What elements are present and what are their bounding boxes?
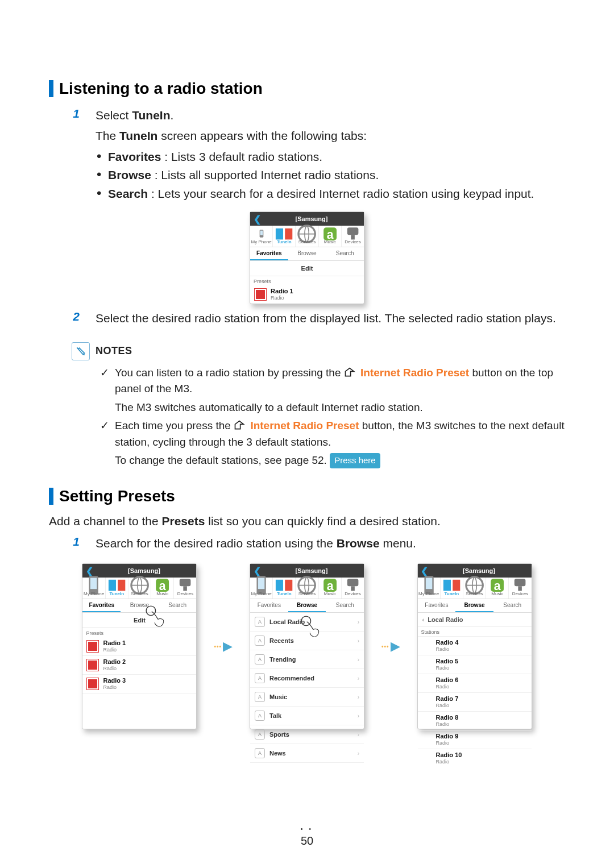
tab-myphone[interactable]: My Phone	[82, 578, 105, 599]
chevron-right-icon: ›	[358, 713, 359, 719]
browse-row[interactable]: ARecents›	[250, 632, 364, 650]
subtab-search[interactable]: Search	[159, 599, 197, 612]
preset-icon	[234, 420, 245, 430]
press-here-button[interactable]: Press here	[330, 453, 380, 468]
phone-favorites: ❮ [Samsung] My Phone TuneIn Services a M…	[250, 211, 364, 304]
station-row[interactable]: Radio 6Radio	[418, 674, 532, 693]
chevron-right-icon: ›	[358, 657, 359, 663]
back-icon[interactable]: ❮	[251, 214, 263, 225]
arrow-icon: •••▶	[214, 639, 233, 654]
step1-line2: The TuneIn screen appears with the follo…	[96, 127, 534, 144]
svg-rect-11	[109, 580, 116, 591]
subtab-browse[interactable]: Browse	[288, 247, 326, 260]
chevron-right-icon: ›	[358, 750, 359, 757]
subtab-search[interactable]: Search	[493, 599, 532, 612]
phone-main-tabs: My Phone TuneIn Services a Music Devices	[250, 226, 364, 247]
svg-rect-3	[285, 228, 292, 239]
subtab-favorites[interactable]: Favorites	[82, 599, 121, 612]
tab-tunein[interactable]: TuneIn	[273, 226, 296, 247]
preset-row[interactable]: Radio 3Radio	[82, 675, 196, 693]
svg-text:a: a	[494, 579, 501, 592]
subtab-browse[interactable]: Browse	[455, 599, 493, 612]
subtab-favorites[interactable]: Favorites	[250, 247, 288, 260]
antenna-icon: A	[255, 636, 265, 646]
presets-label: Presets	[250, 276, 364, 285]
preset-row[interactable]: Radio 2Radio	[82, 656, 196, 675]
tab-tunein[interactable]: TuneIn	[106, 578, 128, 599]
svg-rect-27	[351, 587, 355, 591]
step-1: 1 Select TuneIn. The TuneIn screen appea…	[72, 107, 565, 203]
tab-devices[interactable]: Devices	[174, 578, 196, 599]
station-row[interactable]: Radio 10Radio	[418, 749, 532, 767]
station-row[interactable]: Radio 7Radio	[418, 693, 532, 712]
tab-music[interactable]: a Music	[319, 226, 342, 247]
phone-local-radio: ❮[Samsung] My Phone TuneIn Services aMus…	[417, 563, 532, 729]
svg-rect-22	[285, 580, 292, 591]
tab-services[interactable]: Services	[296, 226, 318, 247]
subtab-search[interactable]: Search	[326, 247, 364, 260]
flag-icon	[87, 678, 98, 690]
browse-row[interactable]: ALocal Radio›	[250, 613, 364, 632]
chevron-right-icon: ›	[358, 619, 359, 625]
tab-devices[interactable]: Devices	[342, 226, 364, 247]
antenna-icon: A	[255, 729, 265, 740]
subtab-search[interactable]: Search	[326, 599, 364, 612]
note-item-1: You can listen to a radio station by pre…	[100, 365, 565, 416]
phone-favorites-list: ❮[Samsung] My Phone TuneIn Services aMus…	[82, 563, 197, 729]
arrow-icon: •••▶	[381, 639, 400, 654]
svg-rect-8	[351, 235, 355, 239]
svg-rect-2	[276, 228, 283, 239]
browse-row[interactable]: ARecommended›	[250, 669, 364, 688]
browse-row[interactable]: ANews›	[250, 744, 364, 763]
antenna-icon: A	[255, 673, 265, 683]
svg-rect-21	[276, 580, 283, 591]
subtab-browse[interactable]: Browse	[121, 599, 159, 612]
flag-icon	[255, 289, 266, 300]
back-local-radio[interactable]: ‹Local Radio	[418, 613, 532, 627]
svg-rect-12	[118, 580, 125, 591]
browse-row[interactable]: AMusic›	[250, 688, 364, 707]
svg-rect-17	[184, 587, 188, 591]
preset-icon	[344, 367, 355, 377]
section2-intro: Add a channel to the Presets list so you…	[49, 514, 565, 528]
station-row[interactable]: Radio 9Radio	[418, 730, 532, 749]
flag-icon	[87, 659, 98, 671]
tab-myphone[interactable]: My Phone	[250, 226, 273, 247]
page-number: 50	[0, 826, 614, 848]
svg-rect-26	[347, 579, 359, 587]
station-row[interactable]: Radio 8Radio	[418, 712, 532, 730]
edit-button[interactable]: Edit	[250, 261, 364, 276]
svg-rect-30	[425, 578, 432, 589]
svg-rect-32	[453, 580, 460, 591]
step1-bullets: Favorites : Lists 3 default radio statio…	[96, 148, 534, 202]
subtab-favorites[interactable]: Favorites	[250, 599, 288, 612]
note-item-2: Each time you press the Internet Radio P…	[100, 418, 565, 469]
antenna-icon: A	[255, 692, 265, 702]
notes-block: NOTES You can listen to a radio station …	[72, 342, 565, 469]
preset-row[interactable]: Radio 1Radio	[82, 637, 196, 656]
chevron-right-icon: ›	[358, 732, 359, 738]
browse-row[interactable]: ASports›	[250, 725, 364, 744]
step-number: 1	[72, 535, 80, 549]
subtab-favorites[interactable]: Favorites	[418, 599, 456, 612]
section2-step1-text: Search for the desired radio station usi…	[96, 535, 416, 552]
chevron-left-icon: ‹	[422, 616, 425, 623]
browse-row[interactable]: ATalk›	[250, 707, 364, 725]
presets-label: Presets	[82, 628, 196, 637]
preset-row[interactable]: Radio 1Radio	[250, 285, 364, 304]
step1-line1: Select TuneIn.	[96, 107, 534, 124]
step-2: 2 Select the desired radio station from …	[72, 310, 565, 330]
subtab-browse[interactable]: Browse	[288, 599, 326, 612]
svg-rect-16	[180, 579, 191, 587]
browse-row[interactable]: ATrending›	[250, 650, 364, 669]
edit-button[interactable]: Edit	[82, 613, 196, 628]
station-row[interactable]: Radio 4Radio	[418, 637, 532, 655]
station-row[interactable]: Radio 5Radio	[418, 655, 532, 674]
tab-services[interactable]: Services	[128, 578, 151, 599]
notes-icon	[72, 342, 90, 360]
phone-browse: ❮[Samsung] My Phone TuneIn Services aMus…	[250, 563, 364, 729]
step2-text: Select the desired radio station from th…	[96, 310, 556, 327]
antenna-icon: A	[255, 654, 265, 665]
tab-music[interactable]: aMusic	[151, 578, 174, 599]
svg-text:a: a	[326, 579, 333, 592]
